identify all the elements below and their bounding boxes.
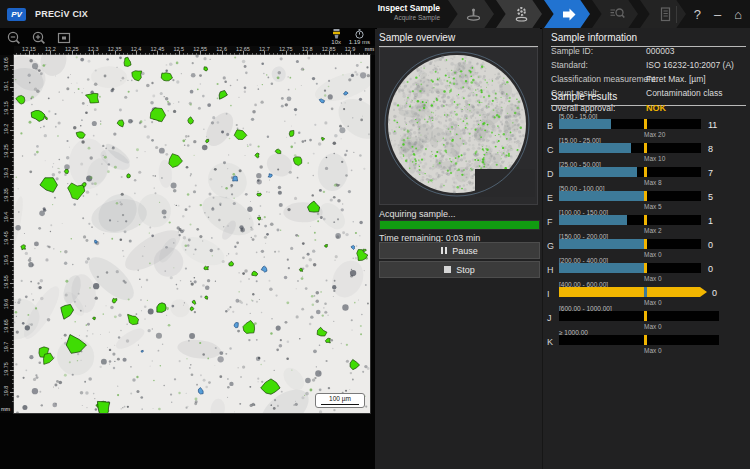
class-letter: G	[547, 241, 554, 251]
class-letter: K	[547, 337, 553, 347]
info-value: 000003	[646, 46, 674, 56]
minimize-button[interactable]: –	[714, 8, 721, 21]
info-value: Feret Max. [µm]	[646, 74, 706, 84]
fit-to-view-icon	[56, 30, 72, 46]
app-logo: PV	[7, 8, 26, 21]
workflow-step-stage[interactable]	[448, 0, 494, 28]
zoom-out-button[interactable]	[6, 30, 22, 46]
objective-info: 10x	[331, 29, 342, 45]
stage-icon	[465, 6, 482, 23]
titlebar-actions: ? – ⌂	[676, 0, 742, 28]
sample-overview-panel: Sample overview Acquiring sample... Time…	[377, 28, 540, 469]
app-window: PV PRECiV CIX Inspect Sample Acquire Sam…	[0, 0, 750, 469]
class-bar-marker	[644, 263, 647, 273]
info-value: ISO 16232-10:2007 (A)	[646, 60, 734, 70]
class-max: Max 0	[644, 299, 662, 306]
class-bar-marker	[644, 287, 647, 297]
info-row-standard: Standard: ISO 16232-10:2007 (A)	[551, 58, 746, 72]
workflow-step-subtitle: Acquire Sample	[362, 14, 440, 21]
exposure-clock-icon	[354, 29, 365, 39]
fit-to-view-button[interactable]	[56, 30, 72, 46]
contamination-class-row: [50.00 - 100.00] E Max 5 5	[543, 186, 750, 210]
class-bar-marker	[644, 143, 647, 153]
class-max: Max 10	[644, 155, 665, 162]
class-max: Max 0	[644, 251, 662, 258]
workflow-step-acquire[interactable]	[544, 0, 590, 28]
class-range: [400.00 - 600.00]	[559, 281, 608, 288]
acquiring-status-text: Acquiring sample...	[379, 209, 456, 219]
pause-button[interactable]: Pause	[379, 242, 540, 259]
zoom-in-button[interactable]	[31, 30, 47, 46]
sample-overview-box	[379, 47, 538, 205]
exposure-label: 1.19 ms	[349, 39, 370, 45]
contamination-class-row: [15.00 - 25.00] C Max 10 8	[543, 138, 750, 162]
class-max: Max 8	[644, 179, 662, 186]
class-bar-marker	[644, 335, 647, 345]
pause-icon	[441, 247, 447, 254]
class-bar-fill	[559, 143, 631, 153]
class-bar-marker	[644, 215, 647, 225]
info-label: Classification measurement:	[551, 74, 658, 84]
scale-bar-line	[321, 404, 359, 405]
magnification-label: 10x	[331, 39, 341, 45]
exposure-info: 1.19 ms	[349, 29, 370, 45]
class-count: 0	[712, 288, 717, 298]
class-letter: E	[547, 193, 553, 203]
class-bar-fill	[559, 263, 644, 273]
class-bar	[559, 167, 701, 177]
horizontal-ruler-unit: mm	[365, 46, 374, 52]
home-button[interactable]: ⌂	[734, 8, 742, 21]
class-bar-marker	[644, 119, 647, 129]
sample-overview-image	[380, 48, 535, 202]
contamination-class-row: [400.00 - 600.00] I Max 0 0	[543, 282, 750, 306]
vertical-ruler-unit: mm	[1, 406, 10, 412]
acquisition-info: 10x 1.19 ms	[331, 29, 370, 45]
class-letter: B	[547, 121, 553, 131]
specimen-live-image[interactable]	[14, 55, 370, 413]
objective-icon	[331, 29, 342, 39]
workflow-steps	[448, 0, 686, 28]
overall-approval-value: NOK	[646, 103, 666, 113]
class-max: Max 0	[644, 347, 662, 354]
help-button[interactable]: ?	[694, 8, 701, 21]
class-letter: J	[547, 313, 552, 323]
contamination-class-row: ≥ 1000.00 K Max 0	[543, 330, 750, 354]
class-max: Max 2	[644, 227, 662, 234]
class-bar-marker	[644, 311, 647, 321]
scale-bar: 100 µm	[315, 393, 365, 408]
contamination-class-row: [100.00 - 150.00] F Max 2 1	[543, 210, 750, 234]
specimen-image-area[interactable]: 100 µm	[14, 55, 370, 413]
class-max: Max 20	[644, 131, 665, 138]
class-letter: C	[547, 145, 554, 155]
title-bar: PV PRECiV CIX Inspect Sample Acquire Sam…	[0, 0, 750, 29]
class-bar	[559, 239, 701, 249]
contamination-class-row: [600.00 - 1000.00] J Max 0	[543, 306, 750, 330]
class-max: Max 0	[644, 275, 662, 282]
workflow-step-inspect[interactable]	[592, 0, 638, 28]
stop-icon	[444, 266, 451, 273]
contamination-class-row: [200.00 - 400.00] H Max 0 0	[543, 258, 750, 282]
viewer-toolbar	[6, 30, 72, 46]
class-count: 5	[708, 192, 713, 202]
workflow-step-acquisition-settings[interactable]	[496, 0, 542, 28]
live-image-viewer: 10x 1.19 ms mm 12.1512.212.2512.312.3512…	[0, 28, 375, 469]
overall-approval-label: Overall approval:	[551, 103, 615, 113]
class-bar	[559, 263, 701, 273]
class-count: 11	[708, 120, 717, 130]
class-bar	[559, 335, 719, 345]
class-letter: H	[547, 265, 554, 275]
titlebar-separator	[676, 6, 677, 23]
class-bar	[559, 191, 701, 201]
class-count: 0	[708, 264, 713, 274]
acquire-arrow-icon	[561, 6, 578, 23]
class-bar-fill	[559, 119, 611, 129]
class-bar	[559, 215, 701, 225]
class-bar-marker	[644, 167, 647, 177]
inspect-results-icon	[609, 6, 626, 23]
stop-button[interactable]: Stop	[379, 261, 540, 278]
acquisition-settings-gear-icon	[513, 6, 530, 23]
vertical-ruler: mm 19.0519.119.1519.219.2519.319.3519.41…	[0, 55, 14, 413]
zoom-out-icon	[6, 30, 22, 46]
app-title: PRECiV CIX	[35, 9, 88, 19]
acquisition-progress-bar	[379, 220, 540, 230]
